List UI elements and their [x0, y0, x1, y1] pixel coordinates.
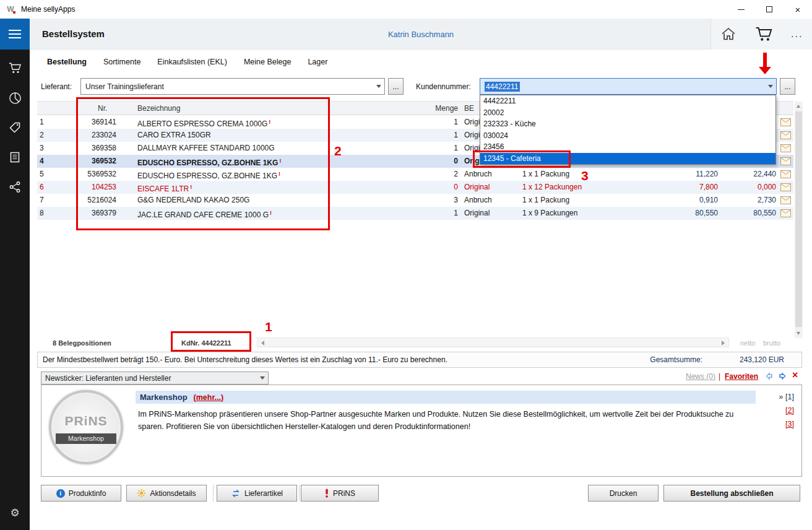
news-panel: PRiNS Markenshop Markenshop (mehr...) Im… — [41, 384, 802, 477]
link-separator: | — [719, 372, 720, 381]
menge-value[interactable]: 1 — [422, 129, 462, 142]
gesamtpreis: 2,730 — [718, 194, 777, 207]
table-horizontal-scrollbar[interactable] — [257, 337, 729, 347]
chevron-down-icon[interactable] — [257, 376, 268, 380]
sidebar-item-settings[interactable]: ⚙ — [0, 499, 30, 526]
kundennummer-more-button[interactable]: ... — [780, 78, 795, 95]
menge-value[interactable]: 3 — [422, 194, 462, 207]
close-button[interactable]: × — [784, 0, 812, 19]
table-row[interactable]: 8 369379 JAC.LE GRAND CAFE CREME 1000 G!… — [37, 207, 793, 220]
tab-sortimente[interactable]: Sortimente — [103, 58, 140, 66]
be-value: Original — [462, 207, 512, 220]
dropdown-option[interactable]: 030024 — [480, 130, 775, 142]
minimize-button[interactable] — [727, 0, 755, 19]
annotation-arrow — [763, 53, 767, 67]
tab-einkaufslisten[interactable]: Einkaufslisten (EKL) — [157, 58, 227, 66]
tab-meine-belege[interactable]: Meine Belege — [244, 58, 291, 66]
mail-cell[interactable] — [777, 129, 793, 142]
news-body: Im PRiNS-Markenshop präsentieren unsere … — [138, 408, 759, 433]
next-arrow-icon[interactable] — [777, 371, 788, 381]
mail-cell[interactable] — [777, 142, 793, 155]
gesamtsumme-label: Gesamtsumme: — [650, 355, 702, 364]
sidebar-item-statistics[interactable] — [0, 84, 30, 111]
mail-cell[interactable] — [777, 207, 793, 220]
dropdown-option[interactable]: 20002 — [480, 107, 775, 119]
artikel-bezeichnung: DALLMAYR KAFFEE STANDARD 1000G — [131, 142, 366, 155]
dropdown-option[interactable]: 232323 - Küche — [480, 118, 775, 130]
tab-lager[interactable]: Lager — [308, 58, 327, 66]
envelope-icon — [780, 157, 791, 165]
produktinfo-button[interactable]: i Produktinfo — [41, 485, 121, 502]
previous-arrow-icon[interactable] — [764, 371, 774, 381]
envelope-icon — [780, 196, 791, 204]
table-vertical-scrollbar[interactable] — [795, 102, 803, 338]
dropdown-option[interactable]: 44422211 — [480, 95, 775, 107]
column-header-menge[interactable]: Menge — [422, 102, 462, 115]
newsticker-combobox[interactable]: Newsticker: Lieferanten und Hersteller — [41, 371, 269, 384]
sidebar-item-aktionen[interactable] — [0, 114, 30, 141]
user-name[interactable]: Katrin Buschmann — [30, 30, 812, 39]
news-more-link[interactable]: (mehr...) — [194, 393, 224, 402]
prins-button[interactable]: PRiNS — [301, 485, 379, 502]
column-header-bezeichnung[interactable]: Bezeichnung — [131, 102, 366, 115]
lieferartikel-button[interactable]: Lieferartikel — [217, 485, 297, 502]
title-bar: W Meine sellyApps × — [0, 0, 812, 19]
sidebar-item-netzwerk[interactable] — [0, 173, 30, 201]
table-row-warning[interactable]: 6 104253 EISCAFE 1LTR! 0 Original 1 x 12… — [37, 181, 793, 194]
sidebar-item-belege[interactable] — [0, 144, 30, 171]
netto-label[interactable]: netto — [740, 339, 755, 347]
kundennummer-dropdown-list: 44422211 20002 232323 - Küche 030024 234… — [480, 95, 776, 165]
aktionsdetails-button[interactable]: Aktionsdetails — [126, 485, 207, 502]
more-options-icon[interactable]: ... — [791, 31, 803, 37]
tab-bestellung[interactable]: Bestellung — [47, 58, 87, 66]
chevron-down-icon[interactable] — [373, 85, 384, 88]
menge-value[interactable]: 2 — [422, 168, 462, 181]
maximize-button[interactable] — [755, 0, 784, 19]
catalog-icon — [9, 151, 21, 163]
brutto-label[interactable]: brutto — [763, 339, 780, 347]
mail-cell[interactable] — [777, 116, 793, 129]
warning-icon: ! — [279, 158, 281, 164]
favoriten-link[interactable]: Favoriten — [725, 372, 758, 381]
home-icon[interactable] — [720, 27, 736, 41]
menge-value[interactable]: 1 — [422, 142, 462, 155]
page-link-3[interactable]: [3] — [785, 420, 794, 428]
table-row[interactable]: 5 5369532 EDUSCHO ESPRESSO, GZ.BOHNE 1KG… — [37, 168, 793, 181]
envelope-icon — [780, 144, 791, 152]
sidebar-item-cart[interactable] — [0, 54, 30, 82]
dropdown-option[interactable]: 23456 — [480, 141, 775, 153]
lieferant-more-button[interactable]: ... — [388, 78, 404, 95]
abschliessen-label: Bestellung abschließen — [690, 489, 773, 498]
kundennummer-combobox[interactable]: 44422211 — [480, 78, 777, 95]
mail-cell[interactable] — [777, 155, 793, 168]
menge-value[interactable]: 0 — [422, 155, 462, 168]
menge-value[interactable]: 0 — [422, 181, 462, 194]
page-link-2[interactable]: [2] — [785, 406, 794, 415]
aktionsdetails-label: Aktionsdetails — [150, 489, 196, 498]
dropdown-option-selected[interactable]: 12345 - Cafeteria — [480, 153, 775, 165]
prins-icon — [324, 489, 329, 498]
menge-value[interactable]: 1 — [422, 116, 462, 129]
news-headline-bar: Markenshop (mehr...) — [136, 391, 756, 404]
chevron-down-icon[interactable] — [765, 85, 776, 88]
mail-cell[interactable] — [777, 168, 793, 181]
mail-cell[interactable] — [777, 181, 793, 194]
network-icon — [9, 181, 21, 193]
close-newsticker-icon[interactable]: × — [792, 370, 798, 380]
column-header-nr[interactable]: Nr. — [77, 102, 131, 115]
menge-value[interactable]: 1 — [422, 207, 462, 220]
scrollbar-thumb — [795, 111, 802, 327]
einzelpreis: 0,910 — [630, 194, 718, 207]
bestellung-abschliessen-button[interactable]: Bestellung abschließen — [663, 485, 800, 502]
artikel-nr: 369532 — [77, 155, 131, 168]
hamburger-menu-icon[interactable] — [0, 19, 30, 50]
page-link-1[interactable]: [1] — [785, 393, 794, 401]
mail-cell[interactable] — [777, 194, 793, 207]
be-value: Anbruch — [462, 168, 512, 181]
lieferant-combobox[interactable]: Unser Trainingslieferant — [80, 78, 385, 95]
table-row[interactable]: 7 5216024 G&G NEDERLAND KAKAO 250G 3 Anb… — [37, 194, 793, 207]
drucken-button[interactable]: Drucken — [588, 485, 659, 502]
news-link[interactable]: News (0) — [686, 372, 715, 381]
artikel-nr: 5216024 — [77, 194, 131, 207]
header-cart-icon[interactable] — [754, 26, 773, 42]
